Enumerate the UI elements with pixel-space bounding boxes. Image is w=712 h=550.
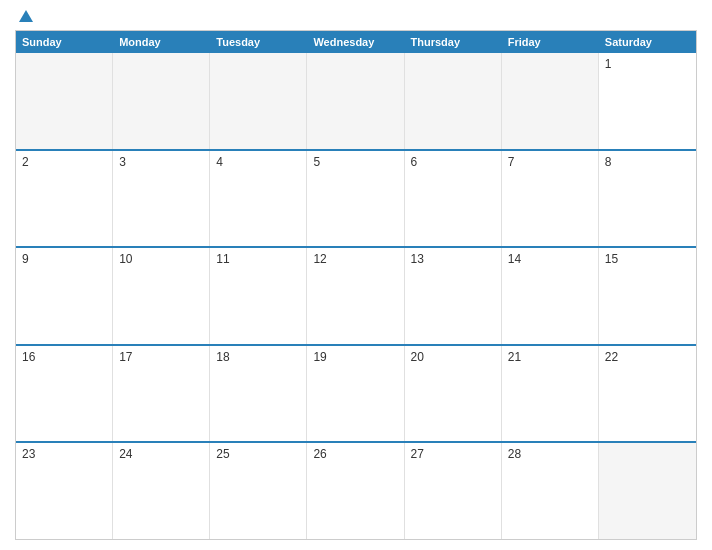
logo-blue-text: [15, 10, 33, 22]
day-cell-9: 9: [16, 248, 113, 344]
day-number: 10: [119, 252, 132, 266]
day-cell-3: 3: [113, 151, 210, 247]
day-header-tuesday: Tuesday: [210, 31, 307, 53]
day-cell-17: 17: [113, 346, 210, 442]
day-cell-18: 18: [210, 346, 307, 442]
week-row-2: 9101112131415: [16, 246, 696, 344]
day-cell-26: 26: [307, 443, 404, 539]
day-number: 7: [508, 155, 515, 169]
day-number: 25: [216, 447, 229, 461]
day-number: 24: [119, 447, 132, 461]
logo: [15, 10, 33, 22]
day-cell-15: 15: [599, 248, 696, 344]
day-number: 3: [119, 155, 126, 169]
day-cell-5: 5: [307, 151, 404, 247]
day-number: 1: [605, 57, 612, 71]
day-number: 4: [216, 155, 223, 169]
day-number: 22: [605, 350, 618, 364]
day-cell-16: 16: [16, 346, 113, 442]
day-cell-27: 27: [405, 443, 502, 539]
day-cell-25: 25: [210, 443, 307, 539]
day-number: 16: [22, 350, 35, 364]
day-number: 20: [411, 350, 424, 364]
day-number: 23: [22, 447, 35, 461]
day-number: 2: [22, 155, 29, 169]
day-cell-22: 22: [599, 346, 696, 442]
day-cell-empty: [113, 53, 210, 149]
day-number: 13: [411, 252, 424, 266]
day-number: 19: [313, 350, 326, 364]
day-cell-11: 11: [210, 248, 307, 344]
day-cell-1: 1: [599, 53, 696, 149]
day-number: 28: [508, 447, 521, 461]
day-cell-14: 14: [502, 248, 599, 344]
day-number: 14: [508, 252, 521, 266]
week-row-3: 16171819202122: [16, 344, 696, 442]
day-cell-12: 12: [307, 248, 404, 344]
day-cell-8: 8: [599, 151, 696, 247]
day-cell-6: 6: [405, 151, 502, 247]
day-cell-empty: [210, 53, 307, 149]
day-number: 12: [313, 252, 326, 266]
calendar-grid: SundayMondayTuesdayWednesdayThursdayFrid…: [15, 30, 697, 540]
day-number: 11: [216, 252, 229, 266]
day-cell-7: 7: [502, 151, 599, 247]
day-header-monday: Monday: [113, 31, 210, 53]
day-number: 9: [22, 252, 29, 266]
day-cell-21: 21: [502, 346, 599, 442]
day-number: 8: [605, 155, 612, 169]
day-header-sunday: Sunday: [16, 31, 113, 53]
day-header-friday: Friday: [502, 31, 599, 53]
day-cell-20: 20: [405, 346, 502, 442]
day-header-saturday: Saturday: [599, 31, 696, 53]
logo-triangle-icon: [19, 10, 33, 22]
day-cell-19: 19: [307, 346, 404, 442]
day-number: 26: [313, 447, 326, 461]
day-cell-13: 13: [405, 248, 502, 344]
week-row-1: 2345678: [16, 149, 696, 247]
day-cell-24: 24: [113, 443, 210, 539]
day-cell-empty: [599, 443, 696, 539]
day-number: 21: [508, 350, 521, 364]
day-header-wednesday: Wednesday: [307, 31, 404, 53]
week-row-4: 232425262728: [16, 441, 696, 539]
day-number: 15: [605, 252, 618, 266]
header: [15, 10, 697, 22]
weeks-container: 1234567891011121314151617181920212223242…: [16, 53, 696, 539]
calendar-page: SundayMondayTuesdayWednesdayThursdayFrid…: [0, 0, 712, 550]
day-number: 6: [411, 155, 418, 169]
week-row-0: 1: [16, 53, 696, 149]
day-headers-row: SundayMondayTuesdayWednesdayThursdayFrid…: [16, 31, 696, 53]
day-number: 17: [119, 350, 132, 364]
day-cell-28: 28: [502, 443, 599, 539]
day-number: 27: [411, 447, 424, 461]
day-cell-empty: [502, 53, 599, 149]
day-cell-2: 2: [16, 151, 113, 247]
day-cell-23: 23: [16, 443, 113, 539]
day-cell-empty: [405, 53, 502, 149]
day-cell-empty: [307, 53, 404, 149]
day-cell-empty: [16, 53, 113, 149]
day-number: 5: [313, 155, 320, 169]
day-cell-4: 4: [210, 151, 307, 247]
day-header-thursday: Thursday: [405, 31, 502, 53]
day-number: 18: [216, 350, 229, 364]
day-cell-10: 10: [113, 248, 210, 344]
